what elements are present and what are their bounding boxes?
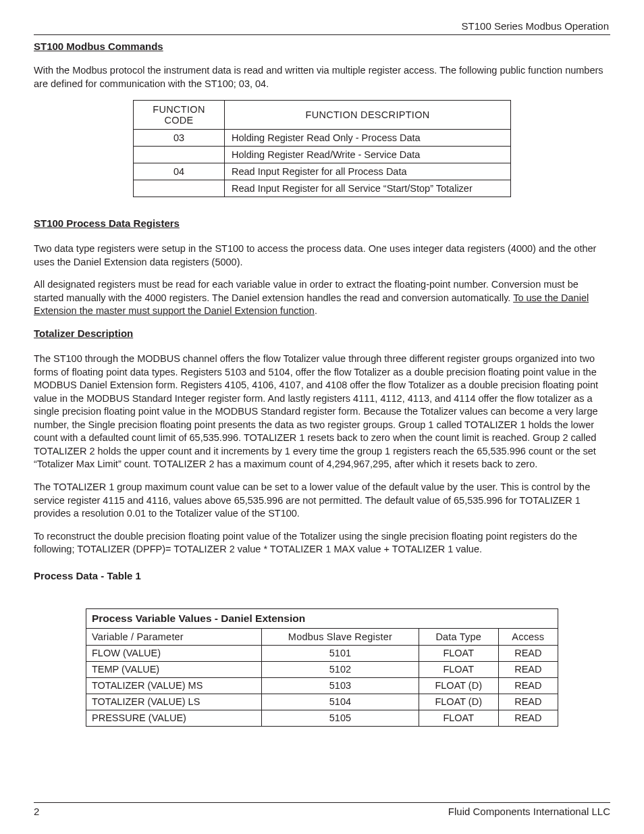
para-totalizer-3: To reconstruct the double precision floa…	[34, 530, 610, 556]
cell-variable: FLOW (VALUE)	[86, 645, 262, 661]
cell-desc: Holding Register Read Only - Process Dat…	[225, 130, 511, 147]
cell-code: 04	[134, 163, 225, 180]
heading-process-data-registers: ST100 Process Data Registers	[34, 217, 610, 229]
table-row: FLOW (VALUE) 5101 FLOAT READ	[86, 645, 558, 661]
cell-code-empty	[134, 180, 225, 197]
table-row: Holding Register Read/Write - Service Da…	[134, 147, 511, 163]
cell-type: FLOAT	[419, 645, 498, 661]
cell-access: READ	[498, 661, 558, 677]
function-code-table: FUNCTION CODE FUNCTION DESCRIPTION 03 Ho…	[133, 100, 511, 197]
running-header: ST100 Series Modbus Operation	[34, 20, 610, 32]
cell-desc: Holding Register Read/Write - Service Da…	[225, 147, 511, 163]
cell-type: FLOAT	[419, 710, 498, 726]
cell-variable: TOTALIZER (VALUE) MS	[86, 677, 262, 694]
th-table-title: Process Variable Values - Daniel Extensi…	[86, 608, 558, 628]
header-rule	[34, 34, 610, 35]
cell-access: READ	[498, 677, 558, 694]
cell-register: 5103	[262, 677, 419, 694]
table-row: TEMP (VALUE) 5102 FLOAT READ	[86, 661, 558, 677]
cell-desc: Read Input Register for all Process Data	[225, 163, 511, 180]
th-variable: Variable / Parameter	[86, 628, 262, 645]
cell-register: 5102	[262, 661, 419, 677]
cell-type: FLOAT	[419, 661, 498, 677]
page-number: 2	[34, 806, 39, 817]
cell-code-empty	[134, 147, 225, 163]
cell-code: 03	[134, 130, 225, 147]
table-row: TOTALIZER (VALUE) MS 5103 FLOAT (D) READ	[86, 677, 558, 694]
para-process-1: Two data type registers were setup in th…	[34, 242, 610, 269]
heading-modbus-commands: ST100 Modbus Commands	[34, 41, 610, 52]
table-row: PRESSURE (VALUE) 5105 FLOAT READ	[86, 710, 558, 726]
text-span: .	[315, 305, 317, 316]
process-variable-table: Process Variable Values - Daniel Extensi…	[86, 608, 558, 727]
table-row: 03 Holding Register Read Only - Process …	[134, 130, 511, 147]
cell-type: FLOAT (D)	[419, 694, 498, 710]
cell-register: 5101	[262, 645, 419, 661]
th-data-type: Data Type	[419, 628, 498, 645]
table-row: Read Input Register for all Service “Sta…	[134, 180, 511, 197]
cell-type: FLOAT (D)	[419, 677, 498, 694]
cell-desc: Read Input Register for all Service “Sta…	[225, 180, 511, 197]
cell-access: READ	[498, 710, 558, 726]
cell-register: 5104	[262, 694, 419, 710]
cell-access: READ	[498, 645, 558, 661]
cell-variable: TOTALIZER (VALUE) LS	[86, 694, 262, 710]
table-row: 04 Read Input Register for all Process D…	[134, 163, 511, 180]
th-register: Modbus Slave Register	[262, 628, 419, 645]
cell-register: 5105	[262, 710, 419, 726]
para-process-2: All designated registers must be read fo…	[34, 278, 610, 318]
th-function-desc: FUNCTION DESCRIPTION	[225, 101, 511, 130]
cell-access: READ	[498, 694, 558, 710]
heading-totalizer: Totalizer Description	[34, 328, 610, 339]
cell-variable: TEMP (VALUE)	[86, 661, 262, 677]
th-access: Access	[498, 628, 558, 645]
para-totalizer-2: The TOTALIZER 1 group maximum count valu…	[34, 481, 610, 521]
text-span: All designated registers must be read fo…	[34, 279, 579, 303]
table-row: TOTALIZER (VALUE) LS 5104 FLOAT (D) READ	[86, 694, 558, 710]
cell-variable: PRESSURE (VALUE)	[86, 710, 262, 726]
page-footer: 2 Fluid Components International LLC	[34, 802, 610, 817]
para-modbus-intro: With the Modbus protocol the instrument …	[34, 64, 610, 90]
process-data-table-title: Process Data - Table 1	[34, 570, 610, 581]
para-totalizer-1: The ST100 through the MODBUS channel off…	[34, 353, 610, 471]
th-function-code: FUNCTION CODE	[134, 101, 225, 130]
company-name: Fluid Components International LLC	[448, 806, 610, 817]
